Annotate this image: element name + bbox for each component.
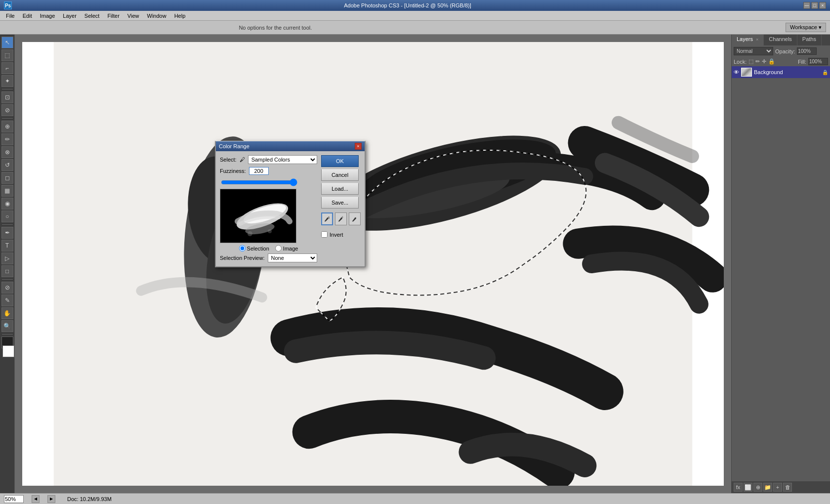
new-layer-icon[interactable]: + (773, 483, 782, 492)
svg-point-11 (248, 231, 252, 236)
menu-select[interactable]: Select (81, 12, 104, 20)
minimize-button[interactable]: — (803, 2, 810, 9)
layer-visibility-icon[interactable]: 👁 (734, 69, 739, 75)
svg-text:+: + (341, 215, 343, 219)
path-selection-tool[interactable]: ▷ (1, 252, 13, 264)
svg-text:-: - (355, 215, 357, 219)
workspace-button[interactable]: Workspace ▾ (786, 23, 826, 32)
ok-button[interactable]: OK (321, 155, 359, 167)
layers-panel: Layers × Channels Paths Normal Opacity: (732, 35, 830, 493)
save-button[interactable]: Save... (321, 197, 359, 209)
zoom-input[interactable] (4, 495, 24, 503)
invert-checkbox[interactable] (321, 231, 328, 238)
healing-brush-tool[interactable]: ⊕ (1, 121, 13, 132)
blur-tool[interactable]: ◉ (1, 198, 13, 210)
tab-paths[interactable]: Paths (797, 35, 822, 45)
toolbar-separator-5 (2, 334, 13, 335)
history-brush-tool[interactable]: ↺ (1, 159, 13, 171)
pen-tool[interactable]: ✒ (1, 227, 13, 239)
canvas[interactable]: Color Range × Select: 🖋 Sampled Colors (22, 42, 724, 486)
eyedropper-add-button[interactable]: + (335, 212, 347, 225)
crop-tool[interactable]: ⊡ (1, 91, 13, 103)
notes-tool[interactable]: ✎ (1, 294, 13, 306)
eraser-tool[interactable]: ◻ (1, 172, 13, 184)
dodge-tool[interactable]: ○ (1, 210, 13, 222)
opacity-label: Opacity: (775, 48, 795, 54)
layer-item[interactable]: 👁 Background 🔒 (732, 66, 830, 78)
eyedropper-subtract-button[interactable]: - (349, 212, 361, 225)
magic-wand-tool[interactable]: ✦ (1, 75, 13, 87)
shape-tool[interactable]: □ (1, 265, 13, 277)
blend-mode-select[interactable]: Normal (734, 47, 773, 55)
image-radio-label[interactable]: Image (275, 245, 298, 252)
color-range-dialog[interactable]: Color Range × Select: 🖋 Sampled Colors (215, 141, 366, 267)
move-tool[interactable]: ↖ (1, 37, 13, 48)
left-toolbar: ↖ ⬚ ⌐ ✦ ⊡ ⊘ ⊕ ✏ ⊗ ↺ ◻ ▦ ◉ ○ ✒ T ▷ □ ⊘ ✎ … (0, 35, 15, 493)
fuzziness-input[interactable] (249, 167, 269, 175)
invert-label: Invert (330, 232, 343, 238)
eyedropper-select-icon: 🖋 (240, 157, 245, 163)
image-radio[interactable] (275, 245, 282, 252)
eyedropper-row: + - (321, 212, 361, 225)
scroll-next-button[interactable]: ▶ (47, 495, 55, 503)
options-bar: No options for the current tool. Workspa… (0, 21, 830, 35)
layers-tabs: Layers × Channels Paths (732, 35, 830, 45)
no-options-text: No options for the current tool. (239, 25, 312, 31)
select-label: Select: (220, 157, 237, 163)
lock-move-icon[interactable]: ✛ (762, 58, 766, 65)
hand-tool[interactable]: ✋ (1, 307, 13, 319)
eyedropper-tool[interactable]: ⊘ (1, 282, 13, 294)
menu-filter[interactable]: Filter (103, 12, 123, 20)
close-button[interactable]: × (819, 2, 826, 9)
dialog-body: Select: 🖋 Sampled Colors Reds Yellows Gr… (216, 151, 365, 266)
fuzziness-slider[interactable] (221, 179, 297, 186)
preview-dropdown[interactable]: None Grayscale Black Matte White Matte Q… (268, 253, 318, 262)
layer-adjustment-icon[interactable]: ⊕ (753, 483, 762, 492)
fuzziness-label: Fuzziness: (220, 168, 246, 174)
tab-layers-close[interactable]: × (756, 37, 758, 42)
scroll-prev-button[interactable]: ◀ (32, 495, 40, 503)
lock-paint-icon[interactable]: ✏ (755, 58, 760, 65)
text-tool[interactable]: T (1, 240, 13, 252)
slice-tool[interactable]: ⊘ (1, 104, 13, 116)
dialog-right: OK Cancel Load... Save... + (321, 155, 361, 262)
brush-tool[interactable]: ✏ (1, 133, 13, 145)
dialog-close-button[interactable]: × (355, 143, 362, 150)
menu-view[interactable]: View (124, 12, 143, 20)
layer-name: Background (754, 69, 783, 75)
new-group-icon[interactable]: 📁 (763, 483, 772, 492)
delete-layer-icon[interactable]: 🗑 (783, 483, 792, 492)
opacity-input[interactable] (797, 47, 817, 55)
layer-mask-icon[interactable]: ⬜ (744, 483, 752, 492)
view-mode-row: Selection Image (220, 245, 317, 252)
rectangle-select-tool[interactable]: ⬚ (1, 49, 13, 61)
selection-radio[interactable] (239, 245, 246, 252)
cancel-button[interactable]: Cancel (321, 169, 359, 181)
zoom-tool[interactable]: 🔍 (1, 320, 13, 332)
selection-radio-label[interactable]: Selection (239, 245, 269, 252)
lock-all-icon[interactable]: 🔒 (768, 58, 775, 65)
svg-point-12 (268, 229, 272, 233)
gradient-tool[interactable]: ▦ (1, 185, 13, 197)
maximize-button[interactable]: □ (811, 2, 818, 9)
background-color[interactable] (2, 345, 14, 357)
load-button[interactable]: Load... (321, 183, 359, 195)
clone-stamp-tool[interactable]: ⊗ (1, 146, 13, 158)
fill-input[interactable] (808, 58, 828, 65)
tab-layers[interactable]: Layers × (732, 35, 764, 45)
menu-image[interactable]: Image (36, 12, 59, 20)
tab-channels[interactable]: Channels (764, 35, 797, 45)
menu-file[interactable]: File (2, 12, 19, 20)
right-panel: Layers × Channels Paths Normal Opacity: (731, 35, 830, 493)
canvas-area[interactable]: Color Range × Select: 🖋 Sampled Colors (15, 35, 731, 493)
title-controls[interactable]: — □ × (803, 2, 826, 9)
menu-help[interactable]: Help (170, 12, 190, 20)
lock-transparent-icon[interactable]: ⬚ (748, 58, 753, 65)
eyedropper-sample-button[interactable] (321, 212, 333, 225)
select-dropdown[interactable]: Sampled Colors Reds Yellows Greens Cyans… (248, 155, 317, 164)
menu-edit[interactable]: Edit (19, 12, 36, 20)
layer-style-icon[interactable]: fx (734, 483, 743, 492)
menu-window[interactable]: Window (143, 12, 170, 20)
lasso-tool[interactable]: ⌐ (1, 62, 13, 74)
menu-layer[interactable]: Layer (59, 12, 81, 20)
